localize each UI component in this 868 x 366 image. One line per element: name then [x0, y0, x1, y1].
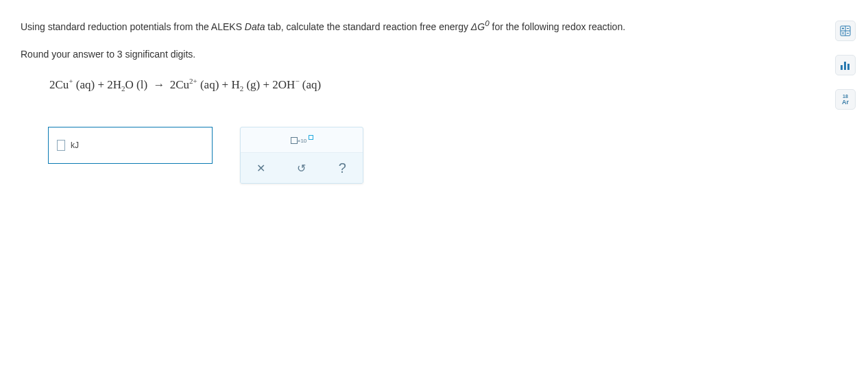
calculator-button[interactable] [835, 21, 856, 41]
eq-arrow: → [150, 78, 167, 91]
sci-x10-label: ×10 [298, 138, 307, 144]
undo-icon: ↺ [297, 162, 306, 175]
answer-input[interactable]: kJ [48, 127, 213, 164]
eq-sup6: − [295, 77, 299, 85]
eq-p7: (aq) [300, 78, 322, 91]
q-text-a: Using standard reduction potentials from… [21, 21, 245, 32]
eq-sup1: + [69, 77, 73, 85]
svg-rect-10 [844, 62, 846, 70]
answer-row: kJ ×10 ✕ ↺ ? [48, 127, 809, 184]
delta-g-symbol: ΔG0 [471, 21, 490, 32]
svg-rect-9 [841, 65, 843, 70]
question-content: Using standard reduction potentials from… [21, 17, 809, 184]
eq-p4: 2Cu [167, 78, 189, 91]
input-keypad: ×10 ✕ ↺ ? [240, 127, 363, 184]
keypad-top-row: ×10 [241, 127, 363, 153]
eq-sub2: 2 [121, 84, 125, 93]
q-text-c: for the following redox reaction. [490, 21, 625, 32]
eq-p2: (aq) + 2H [73, 78, 121, 91]
pt-symbol: Ar [842, 99, 849, 106]
scientific-notation-button[interactable]: ×10 [287, 134, 317, 147]
sci-box-icon [291, 137, 298, 144]
clear-button[interactable]: ✕ [248, 158, 275, 178]
periodic-table-icon: 18 Ar [842, 94, 849, 106]
eq-p1: 2Cu [49, 78, 69, 91]
question-line-1: Using standard reduction potentials from… [21, 17, 809, 34]
answer-unit: kJ [71, 141, 79, 150]
delta-g-base: ΔG [471, 21, 485, 32]
pt-atomic-number: 18 [843, 94, 848, 99]
periodic-table-button[interactable]: 18 Ar [835, 89, 856, 110]
eq-p5: (aq) + H [197, 78, 240, 91]
eq-sup4: 2+ [189, 77, 197, 85]
eq-p3: O (l) [125, 78, 151, 91]
answer-placeholder-icon [57, 140, 65, 151]
question-icon: ? [339, 160, 346, 176]
q-text-b: tab, calculate the standard reaction fre… [265, 21, 470, 32]
redox-equation: 2Cu+ (aq) + 2H2O (l) → 2Cu2+ (aq) + H2 (… [49, 77, 809, 93]
question-line-2: Round your answer to 3 significant digit… [21, 47, 809, 62]
bar-chart-icon [840, 60, 851, 71]
svg-rect-11 [847, 64, 849, 70]
calculator-icon [840, 25, 851, 36]
eq-p6: (g) + 2OH [243, 78, 295, 91]
data-table-button[interactable] [835, 55, 856, 75]
keypad-bottom-row: ✕ ↺ ? [241, 153, 363, 183]
eq-sub5: 2 [240, 84, 244, 93]
data-tab-ref: Data [245, 21, 265, 32]
help-button[interactable]: ? [328, 158, 356, 178]
sci-exp-box-icon [309, 135, 313, 140]
undo-button[interactable]: ↺ [288, 158, 315, 178]
x-icon: ✕ [256, 162, 265, 175]
side-toolbar: 18 Ar [835, 21, 856, 110]
